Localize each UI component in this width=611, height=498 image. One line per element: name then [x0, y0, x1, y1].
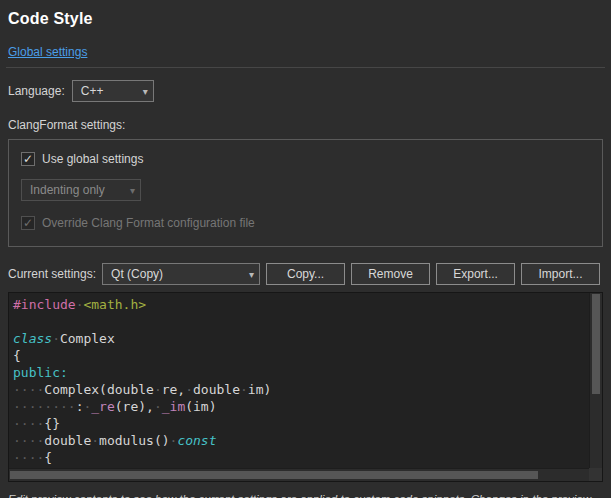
language-select[interactable]: C++ ▾: [72, 80, 154, 102]
use-global-settings-checkbox[interactable]: ✓ Use global settings: [21, 152, 590, 166]
separator: [6, 67, 605, 68]
chevron-down-icon: ▾: [130, 185, 135, 196]
current-settings-row: Current settings: Qt (Copy) ▾ Copy... Re…: [8, 263, 603, 285]
code-line: ····{: [13, 449, 589, 466]
current-settings-label: Current settings:: [8, 267, 96, 281]
vertical-scrollbar[interactable]: [589, 293, 602, 468]
use-global-settings-label: Use global settings: [42, 152, 143, 166]
clangformat-group: ✓ Use global settings Indenting only ▾ ✓…: [8, 139, 603, 247]
language-row: Language: C++ ▾: [8, 80, 603, 102]
language-value: C++: [81, 84, 104, 98]
override-config-label: Override Clang Format configuration file: [42, 216, 255, 230]
indenting-mode-select[interactable]: Indenting only ▾: [21, 179, 141, 201]
code-line: #include·<math.h>: [13, 296, 589, 313]
indenting-mode-value: Indenting only: [30, 183, 105, 197]
checkmark-icon: ✓: [23, 153, 33, 165]
remove-button[interactable]: Remove: [351, 263, 430, 285]
horizontal-scrollbar[interactable]: [9, 468, 589, 481]
code-editor-content[interactable]: #include·<math.h> class·Complex{public:·…: [9, 293, 589, 468]
checkmark-icon: ✓: [23, 217, 33, 229]
code-line: [13, 313, 589, 330]
code-style-page: Code Style Global settings Language: C++…: [0, 0, 611, 498]
scrollbar-corner: [589, 468, 602, 481]
copy-button[interactable]: Copy...: [266, 263, 345, 285]
export-button[interactable]: Export...: [436, 263, 515, 285]
chevron-down-icon: ▾: [143, 86, 148, 97]
code-line: ····{}: [13, 415, 589, 432]
code-line: ····double·modulus()·const: [13, 432, 589, 449]
code-line: {: [13, 347, 589, 364]
vertical-scrollbar-thumb[interactable]: [592, 294, 600, 394]
current-settings-value: Qt (Copy): [111, 267, 163, 281]
code-line: public:: [13, 364, 589, 381]
code-editor[interactable]: #include·<math.h> class·Complex{public:·…: [8, 292, 603, 482]
global-settings-link[interactable]: Global settings: [8, 45, 87, 59]
page-title: Code Style: [8, 10, 603, 28]
horizontal-scrollbar-thumb[interactable]: [10, 471, 538, 479]
chevron-down-icon: ▾: [249, 269, 254, 280]
current-settings-select[interactable]: Qt (Copy) ▾: [102, 263, 260, 285]
code-line: class·Complex: [13, 330, 589, 347]
override-config-checkbox[interactable]: ✓ Override Clang Format configuration fi…: [21, 216, 590, 230]
clangformat-label: ClangFormat settings:: [8, 118, 603, 132]
language-label: Language:: [8, 84, 65, 98]
code-line: ········:·_re(re),·_im(im): [13, 398, 589, 415]
code-line: ····Complex(double·re,·double·im): [13, 381, 589, 398]
footer-note: Edit preview contents to see how the cur…: [8, 491, 603, 498]
checkbox-box: ✓: [21, 216, 35, 230]
import-button[interactable]: Import...: [521, 263, 600, 285]
checkbox-box: ✓: [21, 152, 35, 166]
